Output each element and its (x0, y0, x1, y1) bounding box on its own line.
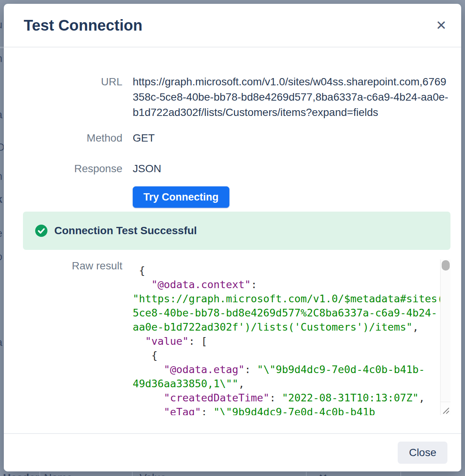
modal-footer: Close (4, 433, 461, 471)
raw-result-row: Raw result { "@odata.context":"https://g… (19, 259, 450, 415)
code-line: 5ce8-40be-bb78-bd8e4269d577%2C8ba6337a-c… (133, 306, 437, 320)
background-text-fragment: k (0, 194, 2, 205)
code-line: { (133, 348, 437, 362)
modal-header: Test Connection ✕ (4, 4, 461, 47)
background-text-fragment: o (0, 251, 2, 263)
code-line: { (133, 263, 437, 277)
background-input-border (400, 472, 401, 476)
method-row: Method GET (19, 132, 450, 145)
code-line: "eTag": "\"9b9d4dc9-7e0d-4c0b-b41b (133, 405, 437, 415)
background-text-fragment: n (0, 171, 2, 183)
resize-handle-icon[interactable] (440, 402, 450, 415)
code-line: "createdDateTime": "2022-08-31T10:13:07Z… (133, 391, 437, 405)
background-input-border (306, 472, 307, 476)
response-label: Response (19, 162, 122, 175)
raw-result-label: Raw result (19, 259, 122, 272)
try-connecting-row: Try Connecting (19, 186, 450, 208)
delete-row-icon: ✕ (319, 472, 327, 476)
method-label: Method (19, 132, 122, 145)
code-line: "value": [ (133, 334, 437, 348)
scrollbar-thumb[interactable] (442, 260, 450, 271)
test-connection-modal: Test Connection ✕ URL https://graph.micr… (4, 4, 461, 471)
url-value: https://graph.microsoft.com/v1.0/sites/w… (133, 74, 450, 120)
try-connecting-button[interactable]: Try Connecting (133, 186, 229, 208)
background-name-field: Name (44, 472, 73, 476)
background-text-fragment: n (0, 53, 2, 65)
url-row: URL https://graph.microsoft.com/v1.0/sit… (19, 74, 450, 120)
background-text-fragment: e (0, 228, 2, 240)
success-banner: Connection Test Successful (23, 212, 450, 250)
modal-body: URL https://graph.microsoft.com/v1.0/sit… (4, 74, 461, 415)
close-icon[interactable]: ✕ (436, 19, 447, 32)
code-content: { "@odata.context":"https://graph.micros… (133, 259, 450, 415)
background-text-fragment: a (0, 337, 2, 349)
check-circle-icon (35, 225, 47, 237)
code-line: "@odata.context": (133, 277, 437, 292)
raw-result-code-block[interactable]: { "@odata.context":"https://graph.micros… (133, 259, 450, 415)
url-label: URL (19, 74, 122, 90)
modal-title: Test Connection (24, 17, 142, 34)
scrollbar[interactable] (440, 259, 450, 402)
background-text-fragment: a (0, 109, 2, 121)
close-button[interactable]: Close (398, 442, 447, 464)
response-value: JSON (133, 162, 450, 175)
background-text-fragment: u (0, 19, 2, 31)
background-divider (0, 47, 4, 48)
background-bottom-row: Header Name Value ✕ (0, 471, 465, 476)
background-input-border (39, 472, 40, 476)
success-banner-text: Connection Test Successful (54, 225, 197, 237)
screen: unaOnkeoa Header Name Value ✕ Test Conne… (0, 0, 465, 476)
background-input-border (132, 472, 133, 476)
code-line: "@odata.etag": "\"9b9d4dc9-7e0d-4c0b-b41… (133, 362, 437, 377)
code-line: aa0e-b1d722ad302f')/lists('Customers')/i… (133, 320, 437, 334)
background-value-field: Value (140, 472, 166, 476)
background-header-label: Header (3, 472, 39, 476)
response-row: Response JSON (19, 162, 450, 175)
code-line: "https://graph.microsoft.com/v1.0/$metad… (133, 292, 437, 306)
code-line: 49d36aa33850,1\"", (133, 377, 437, 391)
method-value: GET (133, 132, 450, 145)
